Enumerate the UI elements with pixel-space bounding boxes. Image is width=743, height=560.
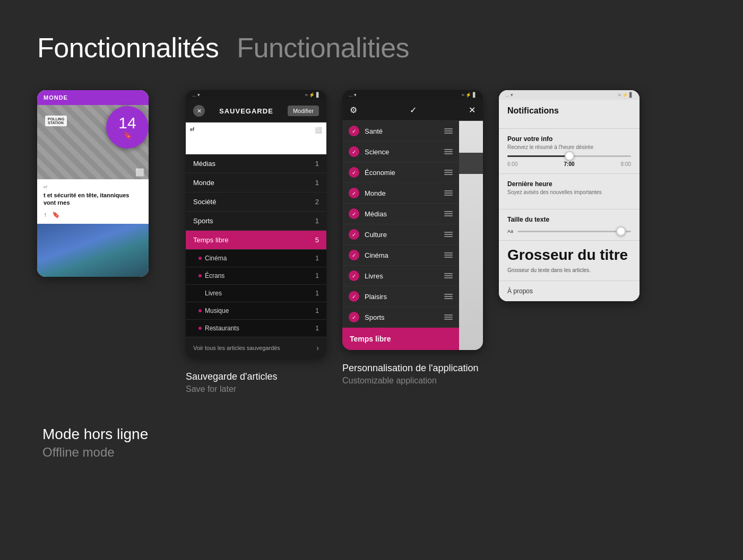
polling-station-sign: POLLINGSTATION — [45, 116, 67, 126]
bookmark-badge-icon: 🔖 — [123, 131, 132, 139]
save-sub-item: Livres 1 — [186, 285, 326, 302]
news-footer-image — [37, 224, 149, 277]
header: Fonctionnalités Functionalities — [37, 32, 706, 64]
check-circle: ✓ — [349, 126, 359, 136]
notif-section1: Pour votre info Recevez le résumé à l'he… — [499, 129, 640, 174]
text-size-small-label: Aa — [507, 229, 513, 234]
check-circle: ✓ — [349, 146, 359, 157]
time-slider-fill — [507, 155, 569, 157]
text-size-slider[interactable] — [517, 231, 631, 232]
status-bar-notif: ... ▾ ≈ ⚡ ▋ — [499, 90, 640, 100]
feature1-wrapper: 14 🔖 MONDE POLLINGSTATION ⬜ ef t et sécu… — [37, 90, 149, 277]
check-circle: ✓ — [349, 312, 359, 322]
title-french: Fonctionnalités — [37, 32, 219, 63]
news-tag: MONDE — [37, 90, 149, 105]
notif-header: Notifications — [499, 100, 640, 129]
side-content-strip — [459, 121, 483, 350]
news-actions: ↑ 🔖 — [44, 211, 142, 218]
save-close-button[interactable]: ✕ — [193, 105, 205, 117]
check-circle: ✓ — [349, 229, 359, 240]
text-size-thumb[interactable] — [616, 226, 626, 236]
time-slider-thumb[interactable] — [565, 151, 574, 161]
time-slider-track[interactable] — [507, 155, 631, 157]
custom-panel-header: ⚙ ✓ ✕ — [342, 100, 483, 121]
custom-active-item[interactable]: Temps libre — [342, 328, 459, 350]
custom-list-item: ✓ Cinéma — [342, 245, 459, 266]
feature2-caption: Sauvegarde d'articles Save for later — [186, 371, 326, 394]
save-panel-header: ✕ SAUVEGARDE Modifier — [186, 100, 326, 122]
big-title: Grosseur du titre — [507, 247, 631, 264]
custom-list-item: ✓ Sports — [342, 307, 459, 328]
save-content-snippet: ⬜ ef — [186, 122, 326, 154]
status-bar-custom: ... ▾ ≈ ⚡ ▋ — [342, 90, 483, 100]
drag-handle[interactable] — [444, 294, 453, 299]
notif-section1-title: Pour votre info — [507, 135, 631, 143]
badge-circle: 14 🔖 — [106, 106, 149, 148]
check-circle: ✓ — [349, 270, 359, 281]
time-min: 6:00 — [507, 161, 517, 167]
arrow-icon: › — [316, 344, 319, 352]
news-body: ef t et sécurité en tête, itanniques von… — [37, 179, 149, 224]
phone-custom-mockup: ... ▾ ≈ ⚡ ▋ ⚙ ✓ ✕ ✓ Santé — [342, 90, 483, 350]
notif-text-size-section: Taille du texte Aa — [499, 209, 640, 241]
time-max: 8:00 — [621, 161, 631, 167]
drag-handle[interactable] — [444, 252, 453, 258]
share-icon[interactable]: ↑ — [44, 211, 47, 218]
caption-french: Sauvegarde d'articles — [186, 371, 326, 382]
drag-handle[interactable] — [444, 170, 453, 175]
bookmark-icon: ⬜ — [135, 168, 144, 177]
news-snippet: ef — [44, 185, 142, 189]
custom-close-icon[interactable]: ✕ — [469, 105, 476, 115]
checkmark-icon[interactable]: ✓ — [410, 105, 417, 115]
snippet-text: ef — [190, 127, 322, 132]
feature2-wrapper: ... ▾ ≈ ⚡ ▋ ✕ SAUVEGARDE Modifier ⬜ ef — [186, 90, 326, 394]
save-list: Médias 1 Monde 1 Société 2 Sports 1 — [186, 154, 326, 358]
drag-handle[interactable] — [444, 190, 453, 196]
list-item: Médias 1 — [186, 154, 326, 173]
save-active-item[interactable]: Temps libre 5 — [186, 231, 326, 250]
custom-list-item: ✓ Santé — [342, 121, 459, 142]
save-modifier-button[interactable]: Modifier — [288, 106, 319, 116]
drag-handle[interactable] — [444, 232, 453, 237]
list-item: Société 2 — [186, 192, 326, 212]
text-size-slider-row: Aa — [507, 229, 631, 234]
bottom-english: Offline mode — [42, 445, 706, 460]
custom-content-row: ✓ Santé ✓ Science — [342, 121, 483, 350]
check-circle: ✓ — [349, 291, 359, 302]
save-title: SAUVEGARDE — [219, 107, 273, 115]
drag-handle[interactable] — [444, 314, 453, 320]
save-footer[interactable]: Voir tous les articles sauvegardés › — [186, 337, 326, 358]
custom-list-item: ✓ Médias — [342, 204, 459, 224]
list-item: Sports 1 — [186, 212, 326, 231]
custom-list-item: ✓ Plaisirs — [342, 286, 459, 307]
page-container: Fonctionnalités Functionalities 14 🔖 MON… — [0, 0, 743, 492]
notif-text-size-title: Taille du texte — [507, 216, 631, 223]
snippet-bookmark-icon: ⬜ — [315, 127, 322, 134]
drag-handle[interactable] — [444, 273, 453, 278]
status-bar-save: ... ▾ ≈ ⚡ ▋ — [186, 90, 326, 100]
badge-number: 14 — [118, 115, 136, 131]
drag-handle[interactable] — [444, 128, 453, 134]
drag-handle[interactable] — [444, 211, 453, 216]
close-x-icon: ✕ — [197, 108, 202, 115]
drag-handle[interactable] — [444, 149, 453, 154]
page-title: Fonctionnalités Functionalities — [37, 32, 706, 64]
notif-about-section: À propos — [499, 281, 640, 301]
save-footer-text: Voir tous les articles sauvegardés — [193, 345, 280, 351]
check-circle: ✓ — [349, 250, 359, 260]
caption3-english: Customizable application — [342, 376, 483, 386]
phone-save-mockup: ... ▾ ≈ ⚡ ▋ ✕ SAUVEGARDE Modifier ⬜ ef — [186, 90, 326, 358]
phone-notif-mockup: ... ▾ ≈ ⚡ ▋ Notifications Pour votre inf… — [499, 90, 640, 301]
title-english: Functionalities — [237, 32, 409, 63]
custom-list: ✓ Santé ✓ Science — [342, 121, 459, 350]
custom-list-item: ✓ Économie — [342, 162, 459, 183]
feature3-caption: Personnalisation de l'application Custom… — [342, 363, 483, 386]
notif-section1-sub: Recevez le résumé à l'heure désirée — [507, 144, 631, 150]
notif-section2: Dernière heure Soyez avisés des nouvelle… — [499, 174, 640, 209]
bookmark-icon-action[interactable]: 🔖 — [52, 211, 60, 218]
feature4-wrapper: ... ▾ ≈ ⚡ ▋ Notifications Pour votre inf… — [499, 90, 640, 301]
time-labels: 6:00 7:00 8:00 — [507, 161, 631, 167]
gear-icon[interactable]: ⚙ — [350, 105, 357, 115]
custom-list-item: ✓ Livres — [342, 266, 459, 286]
news-headline: t et sécurité en tête, itanniques vont r… — [44, 191, 142, 207]
